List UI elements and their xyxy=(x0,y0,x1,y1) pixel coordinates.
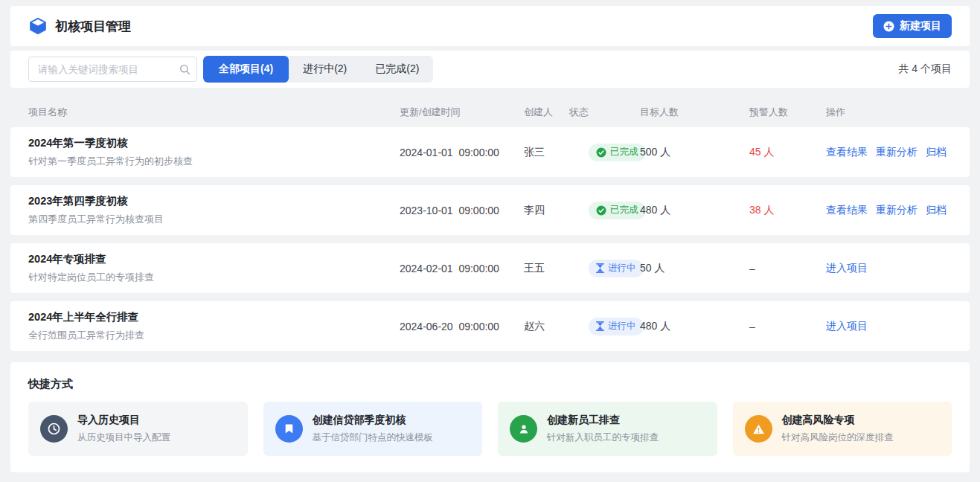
project-time: 2024-02-01 09:00:00 xyxy=(400,263,524,274)
warning-count: – xyxy=(749,263,826,274)
warning-count: – xyxy=(749,321,826,332)
action-link[interactable]: 重新分析 xyxy=(876,146,917,159)
action-link[interactable]: 进入项目 xyxy=(826,262,868,275)
status-label: 进行中 xyxy=(608,262,636,274)
target-count: 480 人 xyxy=(640,320,749,333)
column-header: 目标人数 xyxy=(640,106,749,119)
filter-tabs: 全部项目(4)进行中(2)已完成(2) xyxy=(203,56,433,83)
column-header: 状态 xyxy=(569,106,640,119)
table-row: 2023年第四季度初核 第四季度员工异常行为核查项目 2023-10-01 09… xyxy=(10,185,970,235)
action-link[interactable]: 归档 xyxy=(926,204,947,217)
status-badge: 已完成 xyxy=(589,144,646,161)
target-count: 500 人 xyxy=(640,146,749,159)
page: 初核项目管理 新建项目 全部项目(4)进行中(2)已完成(2) 共 4 个项目 xyxy=(0,0,980,482)
row-actions: 查看结果重新分析归档 xyxy=(826,204,952,217)
project-name: 2024年专项排查 xyxy=(28,252,400,266)
project-creator: 王五 xyxy=(524,262,569,275)
action-link[interactable]: 重新分析 xyxy=(876,204,917,217)
search-box xyxy=(28,57,197,82)
project-time: 2024-06-20 09:00:00 xyxy=(400,321,524,332)
action-link[interactable]: 归档 xyxy=(926,146,947,159)
project-creator: 赵六 xyxy=(524,320,569,333)
new-project-label: 新建项目 xyxy=(900,19,941,33)
table-row: 2024年上半年全行排查 全行范围员工异常行为排查 2024-06-20 09:… xyxy=(10,301,970,351)
status-label: 已完成 xyxy=(610,204,638,216)
status-badge: 已完成 xyxy=(589,202,646,219)
status-cell: 已完成 xyxy=(569,202,640,219)
hourglass-icon xyxy=(596,321,604,331)
project-name: 2023年第四季度初核 xyxy=(28,194,400,208)
column-header: 创建人 xyxy=(524,106,569,119)
status-cell: 已完成 xyxy=(569,144,640,161)
status-label: 进行中 xyxy=(608,320,636,332)
status-cell: 进行中 xyxy=(569,318,640,335)
toolbar: 全部项目(4)进行中(2)已完成(2) 共 4 个项目 xyxy=(10,51,970,88)
row-actions: 进入项目 xyxy=(826,320,952,333)
project-name-cell: 2024年上半年全行排查 全行范围员工异常行为排查 xyxy=(28,310,400,342)
project-time: 2024-01-01 09:00:00 xyxy=(400,147,524,158)
project-name: 2024年上半年全行排查 xyxy=(28,310,400,324)
action-link[interactable]: 查看结果 xyxy=(826,146,868,159)
shortcut-text: 创建信贷部季度初核基于信贷部门特点的快速模板 xyxy=(313,414,434,444)
project-desc: 针对特定岗位员工的专项排查 xyxy=(28,271,400,284)
project-name-cell: 2024年第一季度初核 针对第一季度员工异常行为的初步核查 xyxy=(28,136,400,168)
project-count: 共 4 个项目 xyxy=(898,62,952,76)
cube-logo-icon xyxy=(28,16,48,36)
shortcut-title: 创建信贷部季度初核 xyxy=(313,414,434,427)
project-name-cell: 2023年第四季度初核 第四季度员工异常行为核查项目 xyxy=(28,194,400,226)
column-header: 项目名称 xyxy=(28,106,400,119)
check-icon xyxy=(596,147,606,158)
search-input[interactable] xyxy=(28,57,197,82)
hourglass-icon xyxy=(596,263,604,273)
warning-icon xyxy=(745,415,772,443)
plus-icon xyxy=(883,21,894,32)
shortcut-desc: 针对新入职员工的专项排查 xyxy=(547,431,659,444)
bookmark-icon xyxy=(275,415,303,443)
table-body: 2024年第一季度初核 针对第一季度员工异常行为的初步核查 2024-01-01… xyxy=(10,127,970,351)
project-name-cell: 2024年专项排查 针对特定岗位员工的专项排查 xyxy=(28,252,400,284)
status-label: 已完成 xyxy=(610,146,638,158)
table-header: 项目名称更新/创建时间创建人状态目标人数预警人数操作 xyxy=(10,97,970,127)
search-icon[interactable] xyxy=(179,64,190,75)
tab-completed[interactable]: 已完成(2) xyxy=(361,56,433,83)
new-project-button[interactable]: 新建项目 xyxy=(873,14,952,38)
title-wrap: 初核项目管理 xyxy=(28,16,131,36)
target-count: 480 人 xyxy=(640,204,749,217)
shortcut-new-employee[interactable]: 创建新员工排查针对新入职员工的专项排查 xyxy=(498,402,717,456)
page-title: 初核项目管理 xyxy=(55,18,131,35)
check-icon xyxy=(596,205,606,216)
clock-icon xyxy=(40,415,68,443)
project-desc: 全行范围员工异常行为排查 xyxy=(28,329,400,342)
column-header: 更新/创建时间 xyxy=(400,106,524,119)
column-header: 操作 xyxy=(826,106,952,119)
table-row: 2024年第一季度初核 针对第一季度员工异常行为的初步核查 2024-01-01… xyxy=(10,127,970,177)
shortcut-text: 创建高风险专项针对高风险岗位的深度排查 xyxy=(782,414,894,444)
column-header: 预警人数 xyxy=(749,106,826,119)
shortcut-title: 创建高风险专项 xyxy=(782,414,894,427)
project-desc: 第四季度员工异常行为核查项目 xyxy=(28,213,400,226)
shortcut-credit-quarterly[interactable]: 创建信贷部季度初核基于信贷部门特点的快速模板 xyxy=(263,402,483,456)
shortcut-title: 创建新员工排查 xyxy=(547,414,659,427)
shortcut-text: 导入历史项目从历史项目中导入配置 xyxy=(77,414,170,444)
shortcut-desc: 针对高风险岗位的深度排查 xyxy=(782,431,894,444)
action-link[interactable]: 查看结果 xyxy=(826,204,868,217)
project-creator: 张三 xyxy=(524,146,569,159)
row-actions: 进入项目 xyxy=(826,262,952,275)
shortcuts-title: 快捷方式 xyxy=(28,377,952,391)
target-count: 50 人 xyxy=(640,262,749,275)
shortcut-high-risk[interactable]: 创建高风险专项针对高风险岗位的深度排查 xyxy=(733,402,952,456)
warning-count: 45 人 xyxy=(749,146,826,159)
row-actions: 查看结果重新分析归档 xyxy=(826,146,952,159)
tab-all[interactable]: 全部项目(4) xyxy=(203,56,289,83)
table-row: 2024年专项排查 针对特定岗位员工的专项排查 2024-02-01 09:00… xyxy=(10,243,970,293)
project-creator: 李四 xyxy=(524,204,569,217)
project-desc: 针对第一季度员工异常行为的初步核查 xyxy=(28,155,400,168)
project-time: 2023-10-01 09:00:00 xyxy=(400,205,524,216)
tab-in-progress[interactable]: 进行中(2) xyxy=(289,56,361,83)
shortcut-title: 导入历史项目 xyxy=(77,414,170,427)
shortcut-import-history[interactable]: 导入历史项目从历史项目中导入配置 xyxy=(28,402,248,456)
shortcut-grid: 导入历史项目从历史项目中导入配置创建信贷部季度初核基于信贷部门特点的快速模板创建… xyxy=(28,402,952,456)
status-badge: 进行中 xyxy=(589,260,644,277)
action-link[interactable]: 进入项目 xyxy=(826,320,868,333)
page-header: 初核项目管理 新建项目 xyxy=(10,6,970,46)
